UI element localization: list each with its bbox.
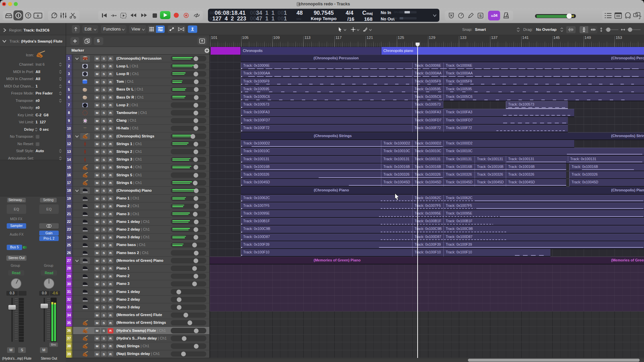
svg-text:S: S: [479, 14, 482, 18]
svg-text:?: ?: [27, 13, 30, 17]
